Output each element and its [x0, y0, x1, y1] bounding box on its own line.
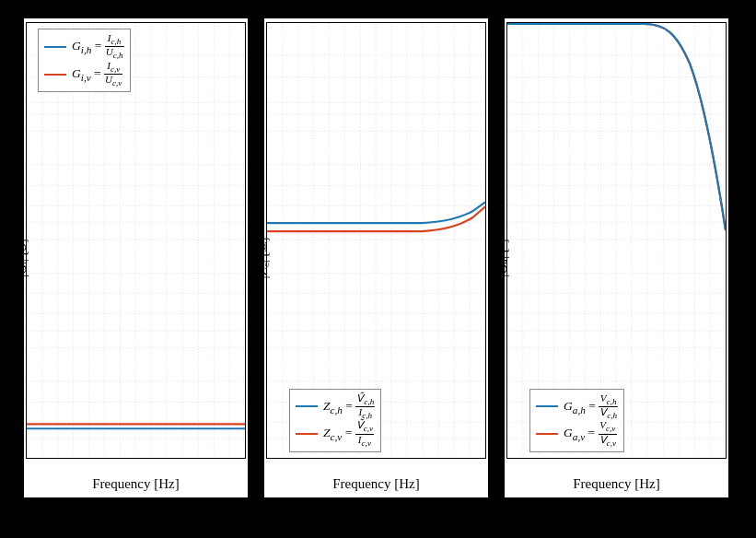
legend-row: Gi,h = Ic,hUc,h: [44, 33, 124, 61]
legend-2: Zc,h = Ṽc,hIc,h Zc,v = Ṽc,vIc,v: [289, 389, 381, 452]
legend-1: Gi,h = Ic,hUc,h Gi,v = Ic,vUc,v: [38, 29, 131, 92]
legend-label: Ga,v = Vc,vṼc,v: [564, 420, 617, 448]
legend-row: Zc,v = Ṽc,vIc,v: [296, 420, 375, 448]
plot-area-1: 100 102 104 106 Gi,h = Ic,hUc,h Gi,v = I…: [26, 22, 246, 459]
panel-gi: |Gᵢ| [S]: [24, 18, 248, 497]
legend-label: Gi,h = Ic,hUc,h: [72, 33, 124, 61]
swatch-icon: [536, 405, 558, 407]
legend-row: Zc,h = Ṽc,hIc,h: [296, 393, 375, 421]
legend-label: Zc,v = Ṽc,vIc,v: [323, 420, 374, 448]
legend-label: Zc,h = Ṽc,hIc,h: [323, 393, 375, 421]
swatch-icon: [296, 405, 318, 407]
xlabel-3: Frequency [Hz]: [505, 476, 728, 492]
plot-area-3: 100 102 104 106 Ga,h = Vc,hṼc,h Ga,v = V…: [506, 22, 727, 459]
panel-zc: |Z꜀| [Ω]: [264, 18, 488, 497]
legend-row: Ga,v = Vc,vṼc,v: [536, 420, 618, 448]
panel-ga: |Gₐ| [-]: [505, 18, 728, 497]
swatch-icon: [44, 46, 66, 48]
legend-label: Gi,v = Ic,vUc,v: [72, 61, 122, 88]
swatch-icon: [536, 433, 558, 435]
legend-label: Ga,h = Vc,hṼc,h: [564, 393, 618, 421]
legend-row: Gi,v = Ic,vUc,v: [44, 61, 124, 88]
xlabel-2: Frequency [Hz]: [264, 476, 488, 492]
plots-row: |Gᵢ| [S]: [24, 18, 728, 497]
swatch-icon: [296, 433, 318, 435]
swatch-icon: [44, 74, 66, 76]
plot-area-2: 100 102 104 106 Zc,h = Ṽc,hIc,h Zc,v = Ṽ…: [266, 22, 486, 459]
legend-row: Ga,h = Vc,hṼc,h: [536, 393, 618, 421]
legend-3: Ga,h = Vc,hṼc,h Ga,v = Vc,vṼc,v: [529, 389, 624, 452]
series-gav: [507, 24, 726, 230]
series-gah: [507, 24, 726, 230]
xlabel-1: Frequency [Hz]: [24, 476, 248, 492]
series-zch: [267, 202, 485, 223]
